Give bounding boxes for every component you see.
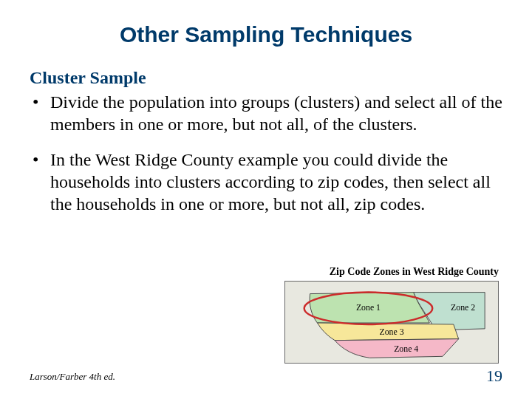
zone-label: Zone 3 — [379, 327, 403, 337]
zip-code-map-icon: Zone 1 Zone 2 Zone 3 Zone 4 — [290, 285, 494, 361]
figure-title: Zip Code Zones in West Ridge County — [284, 266, 499, 278]
figure: Zip Code Zones in West Ridge County Zone… — [284, 266, 499, 364]
section-subtitle: Cluster Sample — [30, 68, 502, 88]
footer-credit: Larson/Farber 4th ed. — [30, 371, 115, 383]
page-number: 19 — [486, 366, 502, 386]
bullet-list: Divide the population into groups (clust… — [30, 91, 502, 215]
page-title: Other Sampling Techniques — [30, 22, 502, 47]
zone-label: Zone 2 — [451, 302, 475, 313]
zone-label: Zone 1 — [356, 302, 381, 313]
bullet-item: In the West Ridge County example you cou… — [30, 149, 502, 215]
zone-label: Zone 4 — [394, 344, 418, 354]
slide: Other Sampling Techniques Cluster Sample… — [0, 0, 532, 399]
bullet-item: Divide the population into groups (clust… — [30, 91, 502, 135]
map-container: Zone 1 Zone 2 Zone 3 Zone 4 — [284, 281, 499, 364]
